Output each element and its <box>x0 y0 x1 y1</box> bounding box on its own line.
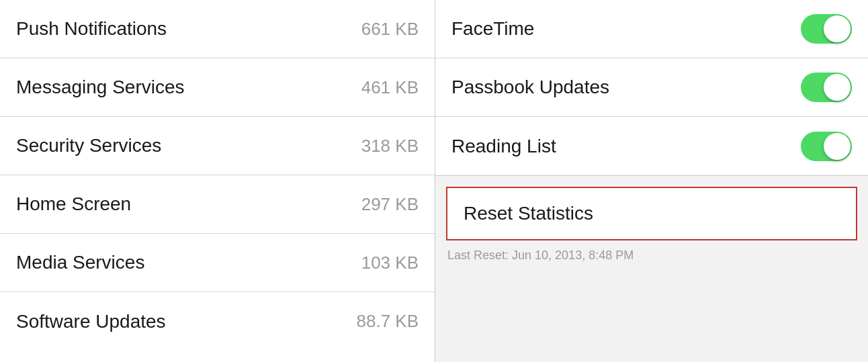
last-reset-text: Last Reset: Jun 10, 2013, 8:48 PM <box>435 240 868 263</box>
item-value-software-updates: 88.7 KB <box>356 311 419 332</box>
toggle-knob-facetime <box>824 15 851 42</box>
toggle-label-facetime: FaceTime <box>451 18 534 40</box>
list-item-security-services[interactable]: Security Services 318 KB <box>0 117 435 175</box>
toggle-label-reading-list: Reading List <box>451 136 556 157</box>
item-label-software-updates: Software Updates <box>16 311 166 332</box>
toggle-section: FaceTime Passbook Updates Reading List <box>435 0 868 176</box>
toggle-knob-reading-list <box>824 133 851 160</box>
action-section: Reset Statistics Last Reset: Jun 10, 201… <box>435 176 868 362</box>
left-panel: Push Notifications 661 KB Messaging Serv… <box>0 0 435 362</box>
list-item-home-screen[interactable]: Home Screen 297 KB <box>0 175 435 234</box>
reset-statistics-button[interactable]: Reset Statistics <box>446 187 857 240</box>
item-label-media-services: Media Services <box>16 252 144 273</box>
right-panel: FaceTime Passbook Updates Reading List R… <box>435 0 868 362</box>
list-item-messaging-services[interactable]: Messaging Services 461 KB <box>0 58 435 117</box>
item-value-security-services: 318 KB <box>361 136 419 156</box>
item-label-push-notifications: Push Notifications <box>16 18 167 40</box>
toggle-item-passbook-updates: Passbook Updates <box>435 58 868 117</box>
item-value-messaging-services: 461 KB <box>361 77 419 98</box>
item-label-home-screen: Home Screen <box>16 193 131 215</box>
list-item-push-notifications[interactable]: Push Notifications 661 KB <box>0 0 435 58</box>
list-item-software-updates[interactable]: Software Updates 88.7 KB <box>0 292 435 351</box>
toggle-switch-reading-list[interactable] <box>801 132 852 161</box>
item-label-messaging-services: Messaging Services <box>16 77 185 98</box>
toggle-switch-facetime[interactable] <box>801 14 852 44</box>
list-item-media-services[interactable]: Media Services 103 KB <box>0 234 435 292</box>
item-value-home-screen: 297 KB <box>361 194 419 215</box>
toggle-knob-passbook-updates <box>824 74 851 101</box>
toggle-item-reading-list: Reading List <box>435 117 868 175</box>
item-label-security-services: Security Services <box>16 135 161 156</box>
item-value-push-notifications: 661 KB <box>361 19 419 40</box>
item-value-media-services: 103 KB <box>361 253 419 273</box>
reset-button-label: Reset Statistics <box>464 203 593 224</box>
toggle-switch-passbook-updates[interactable] <box>801 73 852 102</box>
toggle-item-facetime: FaceTime <box>435 0 868 58</box>
toggle-label-passbook-updates: Passbook Updates <box>451 77 609 98</box>
